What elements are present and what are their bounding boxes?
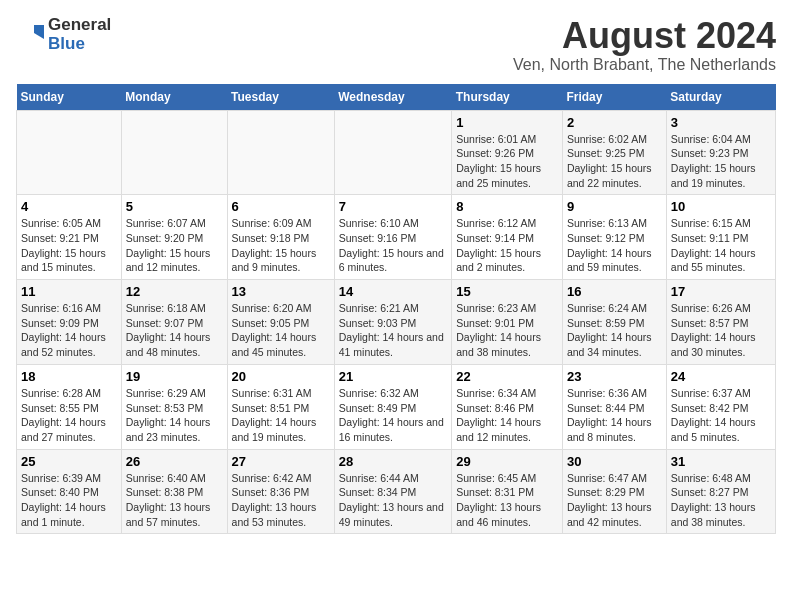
logo: General Blue [16, 16, 111, 53]
day-number: 30 [567, 454, 662, 469]
calendar-week-2: 4Sunrise: 6:05 AM Sunset: 9:21 PM Daylig… [17, 195, 776, 280]
svg-rect-0 [16, 21, 34, 49]
calendar-cell: 20Sunrise: 6:31 AM Sunset: 8:51 PM Dayli… [227, 364, 334, 449]
day-info: Sunrise: 6:36 AM Sunset: 8:44 PM Dayligh… [567, 386, 662, 445]
day-number: 18 [21, 369, 117, 384]
calendar-cell: 29Sunrise: 6:45 AM Sunset: 8:31 PM Dayli… [452, 449, 563, 534]
page-title: August 2024 [513, 16, 776, 56]
calendar-cell: 27Sunrise: 6:42 AM Sunset: 8:36 PM Dayli… [227, 449, 334, 534]
calendar-cell [227, 110, 334, 195]
calendar-cell: 2Sunrise: 6:02 AM Sunset: 9:25 PM Daylig… [562, 110, 666, 195]
column-header-monday: Monday [121, 84, 227, 111]
day-info: Sunrise: 6:07 AM Sunset: 9:20 PM Dayligh… [126, 216, 223, 275]
day-number: 10 [671, 199, 771, 214]
calendar-cell: 4Sunrise: 6:05 AM Sunset: 9:21 PM Daylig… [17, 195, 122, 280]
day-number: 20 [232, 369, 330, 384]
day-number: 12 [126, 284, 223, 299]
day-info: Sunrise: 6:48 AM Sunset: 8:27 PM Dayligh… [671, 471, 771, 530]
header: General Blue August 2024 Ven, North Brab… [16, 16, 776, 74]
logo-icon [16, 21, 44, 49]
day-number: 4 [21, 199, 117, 214]
day-info: Sunrise: 6:28 AM Sunset: 8:55 PM Dayligh… [21, 386, 117, 445]
calendar-cell: 12Sunrise: 6:18 AM Sunset: 9:07 PM Dayli… [121, 280, 227, 365]
calendar-cell: 17Sunrise: 6:26 AM Sunset: 8:57 PM Dayli… [666, 280, 775, 365]
day-number: 23 [567, 369, 662, 384]
day-number: 21 [339, 369, 448, 384]
day-number: 26 [126, 454, 223, 469]
day-number: 29 [456, 454, 558, 469]
calendar-cell: 19Sunrise: 6:29 AM Sunset: 8:53 PM Dayli… [121, 364, 227, 449]
day-number: 22 [456, 369, 558, 384]
day-info: Sunrise: 6:20 AM Sunset: 9:05 PM Dayligh… [232, 301, 330, 360]
title-area: August 2024 Ven, North Brabant, The Neth… [513, 16, 776, 74]
calendar-week-4: 18Sunrise: 6:28 AM Sunset: 8:55 PM Dayli… [17, 364, 776, 449]
day-info: Sunrise: 6:40 AM Sunset: 8:38 PM Dayligh… [126, 471, 223, 530]
calendar-cell: 21Sunrise: 6:32 AM Sunset: 8:49 PM Dayli… [334, 364, 452, 449]
day-number: 25 [21, 454, 117, 469]
day-info: Sunrise: 6:13 AM Sunset: 9:12 PM Dayligh… [567, 216, 662, 275]
day-info: Sunrise: 6:29 AM Sunset: 8:53 PM Dayligh… [126, 386, 223, 445]
svg-marker-1 [34, 25, 44, 39]
day-number: 19 [126, 369, 223, 384]
calendar-cell: 3Sunrise: 6:04 AM Sunset: 9:23 PM Daylig… [666, 110, 775, 195]
calendar-cell [17, 110, 122, 195]
calendar-cell: 7Sunrise: 6:10 AM Sunset: 9:16 PM Daylig… [334, 195, 452, 280]
day-number: 28 [339, 454, 448, 469]
calendar-cell: 1Sunrise: 6:01 AM Sunset: 9:26 PM Daylig… [452, 110, 563, 195]
day-number: 16 [567, 284, 662, 299]
calendar-cell: 13Sunrise: 6:20 AM Sunset: 9:05 PM Dayli… [227, 280, 334, 365]
calendar-cell: 25Sunrise: 6:39 AM Sunset: 8:40 PM Dayli… [17, 449, 122, 534]
calendar-cell: 5Sunrise: 6:07 AM Sunset: 9:20 PM Daylig… [121, 195, 227, 280]
day-info: Sunrise: 6:34 AM Sunset: 8:46 PM Dayligh… [456, 386, 558, 445]
day-info: Sunrise: 6:09 AM Sunset: 9:18 PM Dayligh… [232, 216, 330, 275]
calendar-cell: 9Sunrise: 6:13 AM Sunset: 9:12 PM Daylig… [562, 195, 666, 280]
day-number: 7 [339, 199, 448, 214]
day-info: Sunrise: 6:26 AM Sunset: 8:57 PM Dayligh… [671, 301, 771, 360]
day-info: Sunrise: 6:23 AM Sunset: 9:01 PM Dayligh… [456, 301, 558, 360]
day-info: Sunrise: 6:05 AM Sunset: 9:21 PM Dayligh… [21, 216, 117, 275]
column-header-saturday: Saturday [666, 84, 775, 111]
day-number: 2 [567, 115, 662, 130]
day-info: Sunrise: 6:16 AM Sunset: 9:09 PM Dayligh… [21, 301, 117, 360]
column-header-thursday: Thursday [452, 84, 563, 111]
day-info: Sunrise: 6:42 AM Sunset: 8:36 PM Dayligh… [232, 471, 330, 530]
day-info: Sunrise: 6:01 AM Sunset: 9:26 PM Dayligh… [456, 132, 558, 191]
calendar-header-row: SundayMondayTuesdayWednesdayThursdayFrid… [17, 84, 776, 111]
calendar-cell: 22Sunrise: 6:34 AM Sunset: 8:46 PM Dayli… [452, 364, 563, 449]
day-number: 27 [232, 454, 330, 469]
calendar-cell [334, 110, 452, 195]
calendar-cell: 28Sunrise: 6:44 AM Sunset: 8:34 PM Dayli… [334, 449, 452, 534]
calendar-cell: 11Sunrise: 6:16 AM Sunset: 9:09 PM Dayli… [17, 280, 122, 365]
calendar-cell: 30Sunrise: 6:47 AM Sunset: 8:29 PM Dayli… [562, 449, 666, 534]
calendar-cell: 16Sunrise: 6:24 AM Sunset: 8:59 PM Dayli… [562, 280, 666, 365]
day-number: 3 [671, 115, 771, 130]
day-info: Sunrise: 6:18 AM Sunset: 9:07 PM Dayligh… [126, 301, 223, 360]
logo-general: General [48, 16, 111, 35]
column-header-sunday: Sunday [17, 84, 122, 111]
calendar-cell [121, 110, 227, 195]
day-info: Sunrise: 6:12 AM Sunset: 9:14 PM Dayligh… [456, 216, 558, 275]
day-number: 1 [456, 115, 558, 130]
day-number: 17 [671, 284, 771, 299]
day-info: Sunrise: 6:32 AM Sunset: 8:49 PM Dayligh… [339, 386, 448, 445]
logo-blue: Blue [48, 35, 111, 54]
day-info: Sunrise: 6:31 AM Sunset: 8:51 PM Dayligh… [232, 386, 330, 445]
day-info: Sunrise: 6:39 AM Sunset: 8:40 PM Dayligh… [21, 471, 117, 530]
column-header-tuesday: Tuesday [227, 84, 334, 111]
calendar-cell: 15Sunrise: 6:23 AM Sunset: 9:01 PM Dayli… [452, 280, 563, 365]
day-info: Sunrise: 6:44 AM Sunset: 8:34 PM Dayligh… [339, 471, 448, 530]
day-number: 13 [232, 284, 330, 299]
day-number: 31 [671, 454, 771, 469]
day-number: 14 [339, 284, 448, 299]
day-number: 24 [671, 369, 771, 384]
day-info: Sunrise: 6:02 AM Sunset: 9:25 PM Dayligh… [567, 132, 662, 191]
calendar-cell: 26Sunrise: 6:40 AM Sunset: 8:38 PM Dayli… [121, 449, 227, 534]
calendar-cell: 31Sunrise: 6:48 AM Sunset: 8:27 PM Dayli… [666, 449, 775, 534]
day-number: 8 [456, 199, 558, 214]
calendar-week-3: 11Sunrise: 6:16 AM Sunset: 9:09 PM Dayli… [17, 280, 776, 365]
page-subtitle: Ven, North Brabant, The Netherlands [513, 56, 776, 74]
calendar-cell: 6Sunrise: 6:09 AM Sunset: 9:18 PM Daylig… [227, 195, 334, 280]
calendar-cell: 14Sunrise: 6:21 AM Sunset: 9:03 PM Dayli… [334, 280, 452, 365]
calendar-cell: 10Sunrise: 6:15 AM Sunset: 9:11 PM Dayli… [666, 195, 775, 280]
day-info: Sunrise: 6:24 AM Sunset: 8:59 PM Dayligh… [567, 301, 662, 360]
